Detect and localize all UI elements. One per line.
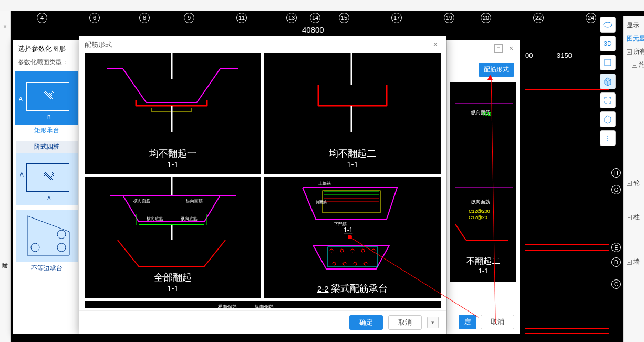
ruler-mark: 17 bbox=[391, 13, 402, 23]
svg-text:纵向底筋: 纵向底筋 bbox=[181, 216, 198, 221]
close-button[interactable]: × bbox=[507, 44, 515, 53]
ruler-mark: 20 bbox=[481, 13, 491, 23]
tree-collapse-icon[interactable]: − bbox=[632, 63, 637, 68]
svg-point-5 bbox=[57, 230, 66, 239]
ruler-center-value: 40800 bbox=[302, 25, 324, 34]
svg-text:纵向面筋: 纵向面筋 bbox=[471, 199, 490, 204]
grid-line bbox=[525, 244, 609, 245]
svg-rect-1 bbox=[605, 59, 611, 66]
gallery-item-4[interactable]: 上部筋 下部筋 侧面筋 1-1 2-2 梁式配筋承台 bbox=[264, 177, 441, 298]
preview-dialog: □ × 配筋形式 纵向面筋 纵向面筋 YMJ C12@200 C12@20 不翻… bbox=[446, 40, 520, 334]
gallery-item-3[interactable]: 横向面筋 纵向面筋 横向底筋 纵向底筋 全部翻起1-1 bbox=[85, 177, 261, 298]
svg-text:纵向钢筋: 纵向钢筋 bbox=[255, 304, 274, 308]
dim-label: A bbox=[47, 195, 51, 201]
svg-rect-32 bbox=[323, 191, 380, 213]
panel-header: 显示 bbox=[626, 19, 642, 32]
cube-icon[interactable] bbox=[600, 74, 616, 89]
tree-item[interactable]: −所有 bbox=[626, 45, 642, 58]
rebar-gallery[interactable]: 均不翻起一1-1 均不翻起二1-1 横向面筋 纵向面筋 bbox=[85, 53, 441, 308]
property-panel: 显示 图元显 −所有 −施 −轮 −柱 −墙 bbox=[623, 16, 644, 342]
tree-collapse-icon[interactable]: − bbox=[627, 49, 632, 55]
axis-label: C bbox=[611, 279, 621, 289]
spec-text: C12@20 bbox=[469, 215, 487, 220]
svg-text:纵向面筋: 纵向面筋 bbox=[186, 199, 203, 203]
maximize-button[interactable]: □ bbox=[494, 44, 503, 53]
shape-card-unequal[interactable]: 不等边承台 bbox=[16, 210, 78, 274]
svg-point-44 bbox=[354, 262, 357, 265]
svg-point-37 bbox=[330, 249, 333, 252]
ruler-mark: 9 bbox=[184, 13, 194, 23]
ruler-mark: 8 bbox=[139, 13, 150, 23]
tree-item[interactable]: −轮 bbox=[626, 177, 642, 190]
gallery-item-1[interactable]: 均不翻起一1-1 bbox=[85, 53, 261, 174]
ruler-mark: 13 bbox=[286, 13, 297, 23]
dialog-title: 配筋形式 bbox=[85, 40, 112, 49]
shape-card-label: 不等边承台 bbox=[16, 262, 78, 274]
tile-sub: 1-1 bbox=[264, 160, 441, 169]
tree-item[interactable]: −柱 bbox=[626, 211, 642, 224]
tile-title: 全部翻起 bbox=[154, 272, 192, 283]
box-icon[interactable] bbox=[600, 55, 616, 70]
svg-point-0 bbox=[604, 22, 612, 27]
left-strip: × bbox=[0, 11, 11, 342]
axis-label: D bbox=[611, 257, 621, 267]
shape-card-stepped[interactable]: 阶式四桩 A A bbox=[16, 141, 78, 205]
shape-card-label: 阶式四桩 bbox=[16, 141, 78, 153]
ok-button[interactable]: 定 bbox=[459, 315, 476, 329]
rebar-form-button[interactable]: 配筋形式 bbox=[479, 63, 514, 77]
gallery-item-5[interactable]: 横向钢筋 纵向钢筋 侧面筋 bbox=[85, 301, 441, 308]
orbit-icon[interactable] bbox=[600, 17, 616, 33]
rebar-form-dialog: 配筋形式 × 均不翻起一1-1 均不翻起二1-1 bbox=[79, 36, 446, 334]
ruler: 4 6 8 9 11 13 14 15 17 19 20 22 24 40800 bbox=[11, 11, 644, 26]
ruler-mark: 24 bbox=[586, 13, 596, 23]
preview-title: 不翻起二 bbox=[466, 256, 500, 265]
svg-point-39 bbox=[351, 249, 354, 252]
more-icon[interactable]: ⋮ bbox=[600, 130, 616, 146]
grid-line bbox=[536, 42, 536, 336]
cancel-button[interactable]: 取消 bbox=[388, 315, 422, 330]
dim-label: A bbox=[20, 172, 24, 178]
tile-title: 均不翻起一 bbox=[149, 148, 196, 159]
cancel-button[interactable]: 取消 bbox=[481, 315, 514, 329]
shape-card-label: 矩形承台 bbox=[16, 125, 78, 137]
ok-button[interactable]: 确定 bbox=[349, 315, 383, 330]
wireframe-icon[interactable] bbox=[600, 111, 616, 127]
close-icon[interactable]: × bbox=[430, 39, 441, 50]
ruler-mark: 4 bbox=[37, 13, 47, 23]
arrow-origin bbox=[348, 235, 352, 239]
gallery-item-2[interactable]: 均不翻起二1-1 bbox=[264, 53, 441, 174]
tree-item[interactable]: −施 bbox=[626, 58, 642, 71]
dim-label: B bbox=[47, 115, 51, 120]
ruler-mark: 6 bbox=[89, 13, 100, 23]
view-3d-button[interactable]: 3D bbox=[600, 36, 616, 51]
fit-icon[interactable] bbox=[600, 92, 616, 108]
svg-marker-2 bbox=[27, 216, 69, 255]
tile-title: 均不翻起二 bbox=[329, 148, 376, 159]
shape-card-rect[interactable]: A B 矩形承台 bbox=[16, 72, 78, 137]
tile-title: 梁式配筋承台 bbox=[331, 283, 388, 294]
ruler-mark: 15 bbox=[339, 13, 349, 23]
svg-text:下部筋: 下部筋 bbox=[334, 222, 347, 226]
dialog-title: 选择参数化图形 bbox=[13, 40, 81, 58]
close-tab-button[interactable]: × bbox=[0, 23, 10, 30]
axis-label: H bbox=[611, 168, 621, 178]
spec-text: YMJ bbox=[482, 111, 491, 117]
tree-item[interactable]: −墙 bbox=[626, 255, 642, 268]
tree-collapse-icon[interactable]: − bbox=[627, 260, 632, 265]
svg-point-42 bbox=[333, 262, 336, 265]
tree-collapse-icon[interactable]: − bbox=[627, 215, 632, 220]
ruler-mark: 14 bbox=[310, 13, 320, 23]
axis-label: G bbox=[611, 185, 621, 194]
grid-line bbox=[525, 89, 609, 90]
tile-sub: 1-1 bbox=[85, 284, 261, 293]
bg-dim: 00 bbox=[525, 51, 533, 59]
ruler-mark: 19 bbox=[444, 13, 454, 23]
svg-text:上部筋: 上部筋 bbox=[318, 181, 331, 186]
arrow-head-icon bbox=[487, 75, 493, 80]
svg-text:侧面筋: 侧面筋 bbox=[316, 200, 327, 204]
bg-dim: 3150 bbox=[557, 51, 572, 59]
dim-label: A bbox=[19, 96, 23, 102]
tree-collapse-icon[interactable]: − bbox=[627, 181, 632, 186]
scroll-down-icon[interactable]: ▾ bbox=[427, 317, 439, 328]
tile-sub: 1-1 bbox=[85, 160, 261, 169]
